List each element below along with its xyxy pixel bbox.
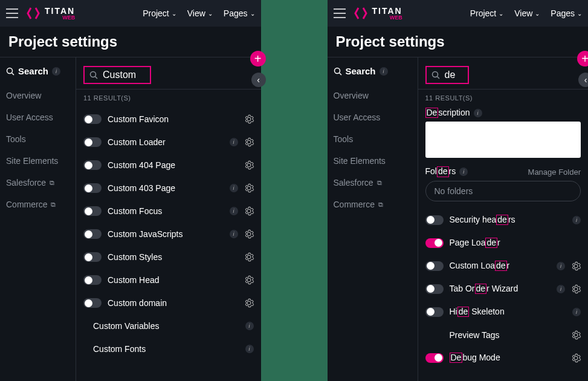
nav-project[interactable]: Project⌄ xyxy=(470,8,504,18)
toggle[interactable] xyxy=(425,238,444,248)
setting-row: Custom Loaderi xyxy=(425,255,581,278)
setting-label: Custom Head xyxy=(108,275,238,285)
info-icon[interactable]: i xyxy=(245,322,254,330)
search-input[interactable] xyxy=(445,70,463,80)
info-icon[interactable]: i xyxy=(557,262,565,270)
sidebar-item-commerce[interactable]: Commerce⧉ xyxy=(334,194,412,215)
setting-row: Custom Variablesi xyxy=(83,314,254,337)
setting-label: Custom Loader xyxy=(108,137,224,147)
sidebar-item-site-elements[interactable]: Site Elements xyxy=(334,150,412,172)
toggle[interactable] xyxy=(83,275,102,285)
info-icon[interactable]: i xyxy=(230,230,238,238)
info-icon[interactable]: i xyxy=(230,184,238,192)
collapse-button[interactable]: ‹ xyxy=(251,73,266,87)
sidebar-item-commerce[interactable]: Commerce⧉ xyxy=(6,194,69,215)
gear-icon[interactable] xyxy=(244,160,254,170)
external-link-icon: ⧉ xyxy=(50,179,54,187)
info-icon[interactable]: i xyxy=(230,138,238,146)
sidebar-item-overview[interactable]: Overview xyxy=(334,85,412,106)
setting-label: Custom JavaScripts xyxy=(108,229,224,239)
toggle[interactable] xyxy=(425,215,444,225)
info-icon[interactable]: i xyxy=(459,168,468,176)
search-input[interactable] xyxy=(103,70,145,80)
manage-folder-link[interactable]: Manage Folder xyxy=(528,168,581,177)
info-icon[interactable]: i xyxy=(557,285,565,293)
info-icon[interactable]: i xyxy=(52,67,60,76)
setting-label: Custom Loader xyxy=(450,261,551,271)
setting-row: Custom Fontsi xyxy=(83,337,254,360)
setting-label: Custom Fonts xyxy=(93,344,239,354)
gear-icon[interactable] xyxy=(244,298,254,308)
setting-row: Security headersi xyxy=(425,209,581,232)
folder-select[interactable]: No folders xyxy=(425,181,581,201)
logo[interactable]: TITANWEB xyxy=(353,5,402,21)
setting-row: Page Loader xyxy=(425,232,581,255)
info-icon[interactable]: i xyxy=(245,345,254,353)
sidebar-item-salesforce[interactable]: Salesforce⧉ xyxy=(334,172,412,194)
results-count: 11 RESULT(S) xyxy=(83,94,254,102)
sidebar-item-tools[interactable]: Tools xyxy=(6,128,69,150)
toggle[interactable] xyxy=(83,252,102,262)
toggle[interactable] xyxy=(83,114,102,124)
setting-row: Custom Styles xyxy=(83,246,254,269)
menu-icon[interactable] xyxy=(334,8,346,18)
toggle[interactable] xyxy=(83,298,102,308)
setting-label: Preview Tags xyxy=(450,330,566,340)
sidebar-item-tools[interactable]: Tools xyxy=(334,128,412,150)
toggle[interactable] xyxy=(425,307,444,317)
sidebar-item-overview[interactable]: Overview xyxy=(6,85,69,106)
gear-icon[interactable] xyxy=(244,229,254,239)
sidebar-search[interactable]: Search i xyxy=(334,66,412,76)
chevron-down-icon: ⌄ xyxy=(172,10,176,17)
gear-icon[interactable] xyxy=(244,252,254,262)
info-icon[interactable]: i xyxy=(230,207,238,215)
info-icon[interactable]: i xyxy=(572,216,581,224)
external-link-icon: ⧉ xyxy=(377,179,382,187)
description-textarea[interactable] xyxy=(425,122,581,158)
gear-icon[interactable] xyxy=(571,353,581,363)
gear-icon[interactable] xyxy=(244,114,254,124)
setting-row: Custom 404 Page xyxy=(83,154,254,177)
nav-view[interactable]: View⌄ xyxy=(187,8,213,18)
toggle[interactable] xyxy=(83,206,102,216)
toggle[interactable] xyxy=(83,229,102,239)
toggle[interactable] xyxy=(83,160,102,170)
sidebar-search[interactable]: Search i xyxy=(6,66,69,76)
sidebar-item-salesforce[interactable]: Salesforce⧉ xyxy=(6,172,69,194)
toggle[interactable] xyxy=(425,261,444,271)
sidebar-item-user-access[interactable]: User Access xyxy=(334,106,412,128)
gear-icon[interactable] xyxy=(571,284,581,294)
toggle[interactable] xyxy=(83,137,102,147)
chevron-down-icon: ⌄ xyxy=(499,10,503,17)
info-icon[interactable]: i xyxy=(380,67,388,76)
nav-view[interactable]: View⌄ xyxy=(514,8,540,18)
setting-row: Hide Skeletoni xyxy=(425,301,581,324)
gear-icon[interactable] xyxy=(571,261,581,271)
gear-icon[interactable] xyxy=(244,137,254,147)
svg-point-3 xyxy=(432,72,438,77)
gear-icon[interactable] xyxy=(571,330,581,340)
menu-icon[interactable] xyxy=(6,8,18,18)
search-input-box[interactable] xyxy=(425,66,469,84)
sidebar-item-site-elements[interactable]: Site Elements xyxy=(6,150,69,172)
chevron-down-icon: ⌄ xyxy=(577,10,582,17)
nav-pages[interactable]: Pages⌄ xyxy=(551,8,582,18)
info-icon[interactable]: i xyxy=(474,109,482,117)
toggle[interactable] xyxy=(425,284,444,294)
info-icon[interactable]: i xyxy=(572,308,581,316)
nav-project[interactable]: Project⌄ xyxy=(143,8,176,18)
nav-pages[interactable]: Pages⌄ xyxy=(224,8,255,18)
toggle[interactable] xyxy=(425,353,444,363)
gear-icon[interactable] xyxy=(244,206,254,216)
svg-point-0 xyxy=(7,68,13,73)
search-input-box[interactable] xyxy=(83,66,151,84)
gear-icon[interactable] xyxy=(244,275,254,285)
toggle[interactable] xyxy=(83,183,102,193)
folders-label: Foldersi xyxy=(425,166,468,177)
logo[interactable]: TITANWEB xyxy=(25,5,75,21)
setting-label: Custom Focus xyxy=(108,206,224,216)
add-button[interactable]: + xyxy=(250,51,266,67)
gear-icon[interactable] xyxy=(244,183,254,193)
sidebar-item-user-access[interactable]: User Access xyxy=(6,106,69,128)
page-title: Project settings xyxy=(0,27,261,57)
